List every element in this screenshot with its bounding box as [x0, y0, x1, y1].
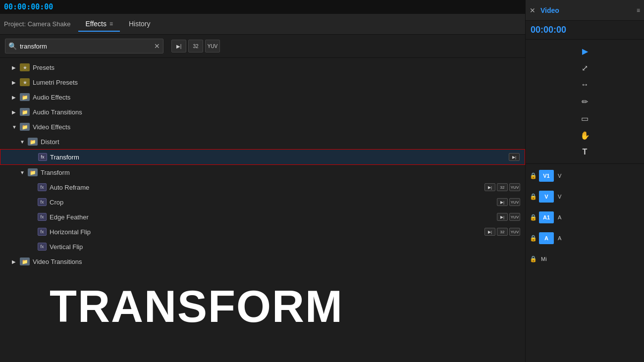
- folder-icon-distort: 📁: [28, 138, 38, 146]
- timecode-display: 00:00:00:00: [4, 2, 53, 11]
- tab-effects-menu[interactable]: ≡: [109, 20, 113, 27]
- tree-item-edge-feather[interactable]: fx Edge Feather ▶| YUV: [0, 209, 525, 224]
- badge-accel: ▶|: [509, 153, 520, 161]
- track-row-a3: 🔒 Mi: [526, 249, 644, 269]
- tree-item-transform-effect[interactable]: fx Transform ▶|: [0, 149, 525, 165]
- tree-item-lumetri[interactable]: ▶ ★ Lumetri Presets: [0, 75, 525, 90]
- badge-hf-32: 32: [497, 228, 508, 236]
- track-row-v2: 🔒 V V: [526, 187, 644, 207]
- track-name-a1: A: [558, 214, 561, 220]
- tree-item-transform-folder[interactable]: ▼ 📁 Transform: [0, 165, 525, 180]
- arrow-distort: ▼: [20, 139, 28, 145]
- tree-item-horizontal-flip[interactable]: fx Horizontal Flip ▶| 32 YUV: [0, 224, 525, 239]
- badge-ar-32: 32: [497, 183, 508, 191]
- folder-icon-lumetri: ★: [20, 78, 30, 86]
- tool-hand[interactable]: ✋: [576, 128, 594, 143]
- arrow-audio-transitions: ▶: [12, 109, 20, 115]
- tab-history[interactable]: History: [122, 17, 158, 32]
- badge-hf-yuv: YUV: [509, 228, 520, 236]
- tool-rect[interactable]: ▭: [576, 111, 594, 126]
- clear-search-button[interactable]: ✕: [154, 42, 160, 50]
- right-tab-bar: ✕ Video ≡: [526, 0, 644, 21]
- tool-ripple[interactable]: ↔: [576, 77, 594, 92]
- label-distort: Distort: [41, 138, 525, 146]
- tool-pointer[interactable]: ▶: [576, 44, 594, 58]
- track-label-v2: V: [539, 191, 554, 203]
- badge-ar-yuv: YUV: [509, 183, 520, 191]
- effect-icon-transform: fx: [38, 153, 47, 161]
- folder-icon-video-effects: 📁: [20, 123, 30, 131]
- label-video-effects: Video Effects: [33, 123, 525, 131]
- yuv-button[interactable]: YUV: [205, 40, 220, 52]
- track-row-v1: 🔒 V1 V: [526, 166, 644, 186]
- track-name-a2: A: [558, 235, 561, 241]
- tree-item-video-effects[interactable]: ▼ 📁 Video Effects: [0, 119, 525, 134]
- effect-icon-vertical-flip: fx: [38, 243, 47, 251]
- badge-hf-accel: ▶|: [484, 228, 495, 236]
- arrow-lumetri: ▶: [12, 80, 20, 85]
- right-panel-tab-label[interactable]: Video: [540, 6, 559, 14]
- folder-icon-transform: 📁: [28, 168, 38, 176]
- toolbar-icons: ▶| 32 YUV: [171, 40, 220, 52]
- tree-item-presets[interactable]: ▶ ★ Presets: [0, 60, 525, 75]
- search-bar: 🔍 ✕ ▶| 32 YUV: [0, 35, 525, 58]
- lock-v1: 🔒: [530, 172, 537, 179]
- tool-track-select[interactable]: ⤢: [576, 60, 594, 75]
- label-lumetri: Lumetri Presets: [33, 79, 525, 86]
- badge-ef-yuv: YUV: [509, 213, 520, 221]
- accelerated-effects-button[interactable]: ▶|: [171, 40, 186, 52]
- tree-item-crop[interactable]: fx Crop ▶| YUV: [0, 195, 525, 209]
- label-horizontal-flip: Horizontal Flip: [50, 228, 484, 236]
- timeline-tracks: 🔒 V1 V 🔒 V V 🔒 A1 A 🔒 A A 🔒 Mi: [526, 164, 644, 362]
- tree-item-vertical-flip[interactable]: fx Vertical Flip: [0, 239, 525, 254]
- tab-bar: Project: Camera Shake Effects ≡ History: [0, 14, 525, 35]
- search-icon: 🔍: [8, 42, 17, 50]
- arrow-video-effects: ▼: [12, 124, 20, 130]
- effect-icon-crop: fx: [38, 198, 47, 206]
- tree-item-audio-effects[interactable]: ▶ 📁 Audio Effects: [0, 90, 525, 104]
- tool-text[interactable]: T: [576, 145, 594, 159]
- track-label-a1: A1: [539, 211, 554, 223]
- tab-effects[interactable]: Effects ≡: [78, 17, 120, 32]
- badge-ef-accel: ▶|: [497, 213, 508, 221]
- label-transform-folder: Transform: [41, 169, 525, 176]
- effect-icon-auto-reframe: fx: [38, 183, 47, 191]
- 32bit-button[interactable]: 32: [188, 40, 203, 52]
- lock-a3: 🔒: [530, 256, 537, 262]
- track-name-v1: V: [558, 173, 561, 179]
- track-name-v2: V: [558, 194, 561, 200]
- label-presets: Presets: [33, 64, 525, 71]
- track-label-a2: A: [539, 232, 554, 244]
- label-audio-effects: Audio Effects: [33, 94, 525, 101]
- search-input[interactable]: [20, 43, 154, 50]
- tool-razor[interactable]: ✏: [576, 94, 594, 109]
- tree-item-video-transitions[interactable]: ▶ 📁 Video Transitions: [0, 254, 525, 269]
- label-crop: Crop: [50, 199, 497, 206]
- timecode-bar: 00:00:00:00: [0, 0, 525, 14]
- right-panel-menu-icon[interactable]: ≡: [637, 7, 640, 14]
- close-panel-button[interactable]: ✕: [530, 6, 536, 14]
- track-row-a2: 🔒 A A: [526, 228, 644, 248]
- arrow-video-transitions: ▶: [12, 259, 20, 264]
- badge-group-auto-reframe: ▶| 32 YUV: [484, 183, 520, 191]
- tree-item-audio-transitions[interactable]: ▶ 📁 Audio Transitions: [0, 104, 525, 119]
- label-edge-feather: Edge Feather: [50, 213, 497, 221]
- tab-effects-label: Effects: [85, 20, 107, 28]
- right-sidebar: ✕ Video ≡ 00:00:00 ▶ ⤢ ↔ ✏ ▭ ✋ T 🔒 V1 V …: [525, 0, 644, 362]
- search-input-wrap: 🔍 ✕: [5, 39, 163, 53]
- badge-group-horizontal-flip: ▶| 32 YUV: [484, 228, 520, 236]
- tool-icons: ▶ ⤢ ↔ ✏ ▭ ✋ T: [526, 40, 644, 164]
- folder-icon-audio-transitions: 📁: [20, 108, 30, 116]
- badge-group-edge-feather: ▶| YUV: [497, 213, 520, 221]
- arrow-transform-folder: ▼: [20, 170, 28, 175]
- label-vertical-flip: Vertical Flip: [50, 243, 520, 251]
- track-row-a1: 🔒 A1 A: [526, 207, 644, 227]
- arrow-presets: ▶: [12, 65, 20, 70]
- project-label: Project: Camera Shake: [4, 20, 70, 28]
- arrow-audio-effects: ▶: [12, 95, 20, 100]
- tree-item-auto-reframe[interactable]: fx Auto Reframe ▶| 32 YUV: [0, 180, 525, 195]
- tree-item-distort[interactable]: ▼ 📁 Distort: [0, 134, 525, 149]
- folder-icon-audio-effects: 📁: [20, 93, 30, 101]
- badge-group-crop: ▶| YUV: [497, 198, 520, 206]
- folder-icon-presets: ★: [20, 63, 30, 71]
